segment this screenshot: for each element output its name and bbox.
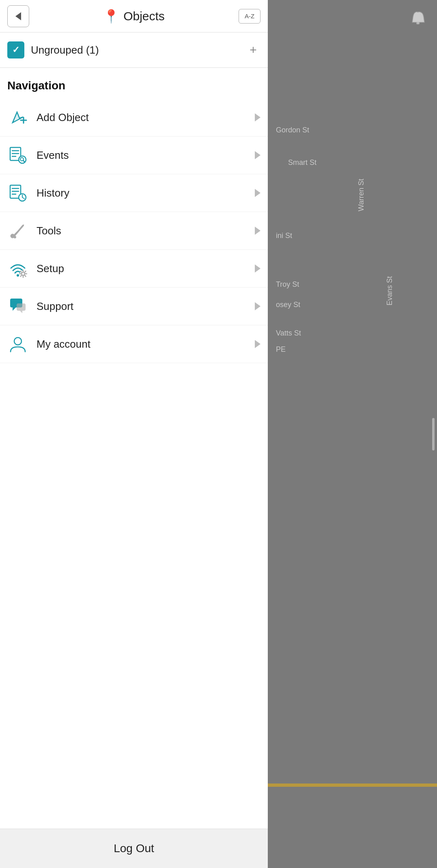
navigation-heading: Navigation: [0, 68, 268, 99]
chevron-right-icon: [255, 302, 260, 310]
chevron-right-icon: [255, 113, 260, 121]
chevron-right-icon: [255, 340, 260, 348]
nav-item-tools[interactable]: Tools: [0, 212, 268, 250]
left-panel: 📍 Objects A-Z ✓ Ungrouped (1) + Navigati…: [0, 0, 268, 868]
map-street-pe: PE: [276, 345, 286, 354]
svg-point-34: [417, 22, 420, 24]
nav-label-support: Support: [37, 300, 247, 313]
nav-item-my-account[interactable]: My account: [0, 325, 268, 363]
nav-label-history: History: [37, 187, 247, 199]
support-icon: [7, 296, 28, 317]
scroll-indicator: [432, 418, 435, 450]
back-arrow-icon: [15, 12, 21, 20]
add-object-icon: [7, 107, 28, 128]
map-street-vatts: Vatts St: [276, 329, 301, 338]
chevron-right-icon: [255, 227, 260, 235]
page-title: Objects: [123, 9, 165, 23]
map-street-ini: ini St: [276, 232, 292, 240]
map-street-smart: Smart St: [288, 158, 316, 167]
map-street-gordon: Gordon St: [276, 126, 309, 134]
nav-item-support[interactable]: Support: [0, 288, 268, 325]
map-road-line: [268, 784, 437, 787]
logout-label: Log Out: [114, 842, 154, 855]
navigation-section: Navigation Add Object: [0, 68, 268, 829]
svg-line-28: [21, 271, 22, 272]
chevron-right-icon: [255, 189, 260, 197]
header: 📍 Objects A-Z: [0, 0, 268, 32]
setup-icon: [7, 258, 28, 279]
svg-line-31: [25, 271, 26, 272]
events-icon: [7, 145, 28, 166]
nav-label-add-object: Add Object: [37, 111, 247, 124]
header-title-area: 📍 Objects: [29, 9, 239, 24]
add-group-button[interactable]: +: [246, 43, 260, 57]
logout-button[interactable]: Log Out: [0, 829, 268, 868]
nav-item-history[interactable]: History: [0, 174, 268, 212]
back-button[interactable]: [7, 5, 29, 27]
svg-point-21: [17, 274, 19, 277]
map-street-osey: osey St: [276, 301, 300, 309]
notification-button[interactable]: [407, 8, 429, 30]
svg-line-29: [25, 275, 26, 276]
nav-label-tools: Tools: [37, 225, 247, 237]
sort-az-button[interactable]: A-Z: [239, 9, 260, 24]
nav-label-events: Events: [37, 149, 247, 162]
chevron-right-icon: [255, 264, 260, 273]
history-icon: [7, 182, 28, 203]
map-street-troy: Troy St: [276, 280, 299, 289]
nav-label-my-account: My account: [37, 338, 247, 351]
ungrouped-row[interactable]: ✓ Ungrouped (1) +: [0, 32, 268, 68]
chevron-right-icon: [255, 151, 260, 159]
tools-icon: [7, 220, 28, 241]
svg-line-30: [21, 275, 22, 276]
map-background: Gordon St Smart St Warren St ini St Troy…: [268, 0, 437, 868]
nav-label-setup: Setup: [37, 262, 247, 275]
map-street-warren: Warren St: [357, 179, 366, 211]
map-street-evans: Evans St: [385, 276, 394, 305]
ungrouped-label: Ungrouped (1): [31, 44, 239, 56]
svg-line-19: [14, 225, 23, 236]
ungrouped-checkbox[interactable]: ✓: [7, 41, 24, 58]
pin-icon: 📍: [103, 9, 119, 24]
nav-item-setup[interactable]: Setup: [0, 250, 268, 288]
map-panel: Gordon St Smart St Warren St ini St Troy…: [268, 0, 437, 868]
svg-point-32: [14, 338, 22, 345]
my-account-icon: [7, 333, 28, 355]
checkmark-icon: ✓: [12, 45, 19, 54]
nav-item-events[interactable]: Events: [0, 136, 268, 174]
nav-item-add-object[interactable]: Add Object: [0, 99, 268, 136]
